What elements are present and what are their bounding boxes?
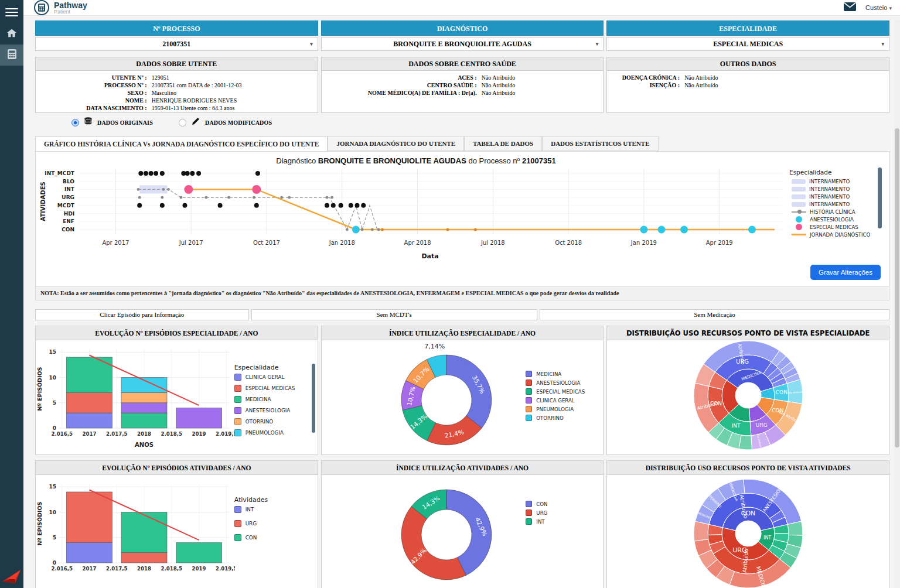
swatch	[234, 385, 241, 392]
swatch	[526, 388, 532, 395]
swatch	[526, 501, 532, 507]
panel-distribuicao-atividades: DISTRIBUIÇÃO USO RECURSOS PONTO DE VISTA…	[606, 460, 889, 588]
swatch	[234, 374, 241, 381]
svg-text:URG: URG	[62, 194, 74, 200]
svg-text:CON: CON	[62, 227, 74, 233]
svg-text:INT: INT	[763, 535, 771, 541]
user-menu[interactable]: Custeio ▾	[865, 4, 892, 11]
processo-select[interactable]: 21007351▾	[35, 37, 318, 51]
svg-text:Jul 2017: Jul 2017	[179, 240, 203, 246]
svg-text:0: 0	[53, 560, 56, 566]
legend-label: ESPECIAL MEDICAS	[810, 224, 858, 230]
historia-swatch	[792, 211, 806, 213]
clinical-timeline-chart[interactable]: Apr 2017Jul 2017Oct 2017Jan 2018Apr 2018…	[38, 165, 789, 262]
swatch	[234, 418, 241, 425]
legend-label: ESPECIAL MEDICAS	[246, 385, 295, 391]
note-bar: NOTA: Estão a ser assumidos como pertenc…	[35, 286, 889, 300]
sidebar-item-home[interactable]	[0, 23, 23, 45]
field-label: SEXO :	[36, 89, 152, 97]
app-logo-icon	[1, 567, 22, 587]
sidebar-item-calculator[interactable]	[0, 45, 23, 66]
bar-chart-especialidade[interactable]: 0510152.016,520172.017,520182.018,520192…	[36, 340, 235, 455]
save-button[interactable]: Gravar Alterações	[810, 265, 881, 280]
page-scrollbar-thumb[interactable]	[895, 128, 899, 447]
svg-text:Jan 2019: Jan 2019	[630, 240, 657, 246]
sunburst-chart-especialidade[interactable]: MEDICINAURGCONCONURGINTCONNão AtribuídoN…	[691, 338, 806, 453]
chevron-down-icon: ▾	[881, 37, 884, 50]
swatch	[234, 429, 241, 436]
episode-info-button[interactable]: Clicar Episódio para Informação	[35, 309, 249, 320]
field-value: 129051	[152, 74, 312, 81]
radio-dados-originais[interactable]	[71, 119, 79, 127]
radio-dados-modificados[interactable]	[179, 119, 186, 127]
bar-chart-atividades[interactable]: 0510152.016,520172.017,520182.018,520192…	[36, 475, 235, 588]
swatch	[234, 506, 241, 513]
field-value: HENRIQUE RODRIGUES NEVES	[152, 97, 312, 104]
field-label: NOME :	[36, 97, 152, 104]
panel-evolucao-atividades: EVOLUÇÃO Nº EPISÓDIOS ATIVIDADES / ANO 0…	[35, 460, 318, 588]
svg-text:Oct 2018: Oct 2018	[555, 240, 582, 246]
donut-chart-atividades[interactable]: 42,9%42,9%14,3%	[390, 475, 504, 588]
panel-indice-atividades: ÍNDICE UTILIZAÇÃO ATIVIDADES / ANO 42,9%…	[321, 460, 604, 588]
svg-text:5: 5	[53, 400, 56, 406]
svg-text:0: 0	[53, 425, 56, 431]
svg-text:2.019,5: 2.019,5	[216, 431, 235, 437]
legend-label: ANESTESIOLOGIA	[810, 217, 854, 223]
legend-label: HISTÓRIA CLÍNICA	[810, 209, 855, 215]
svg-text:2019: 2019	[192, 566, 206, 572]
data-mode-row: DADOS ORIGINAIS DADOS MODIFICADOS	[71, 117, 889, 128]
svg-text:Nº EPISÓDIOS: Nº EPISÓDIOS	[36, 501, 43, 545]
legend-scrollbar[interactable]	[878, 167, 882, 228]
svg-text:Apr 2018: Apr 2018	[404, 240, 431, 246]
field-label: ISENÇÃO :	[607, 81, 684, 89]
swatch	[526, 518, 532, 525]
main-chart-panel: Diagnóstico BRONQUITE E BRONQUIOLITE AGU…	[35, 151, 889, 286]
chevron-down-icon: ▾	[596, 37, 599, 50]
legend-label: INT	[246, 507, 254, 512]
sem-medicacao-button[interactable]: Sem Medicação	[540, 309, 889, 320]
svg-text:INT_MCDT: INT_MCDT	[45, 170, 75, 176]
panel-evolucao-especialidade: EVOLUÇÃO Nº EPISÓDIOS ESPECIALIDADE / AN…	[35, 326, 318, 455]
svg-text:Jul 2018: Jul 2018	[480, 240, 505, 246]
tab-dados-estatisticos[interactable]: DADOS ESTATÍSTICOS UTENTE	[542, 136, 658, 151]
svg-text:Oct 2017: Oct 2017	[253, 240, 280, 246]
tab-grafico-historia[interactable]: GRÁFICO HISTÓRIA CLÍNICA Vs JORNADA DIAG…	[35, 136, 328, 152]
anestesiologia-swatch	[796, 216, 802, 223]
svg-text:HDI: HDI	[64, 211, 74, 217]
field-value: Masculino	[152, 89, 312, 97]
panel-centro-saude: DADOS SOBRE CENTRO SAÚDE ACES :Não Atrib…	[321, 57, 604, 113]
field-value: 1959-01-13 Utente com : 64.3 anos	[152, 104, 312, 112]
sunburst-chart-atividades[interactable]: CONINTURGNão AtribuídoNão AtribuídoMEDIC…	[691, 476, 806, 588]
panel-title: DISTRIBUIÇÃO USO RECURSOS PONTO DE VISTA…	[607, 461, 889, 475]
legend-label: CON	[536, 501, 547, 507]
diagnostico-header: DIAGNÓSTICO	[321, 20, 604, 36]
svg-text:BLO: BLO	[63, 179, 74, 184]
legend-label: CLINICA GERAL	[246, 374, 285, 380]
charts-row-especialidade: EVOLUÇÃO Nº EPISÓDIOS ESPECIALIDADE / AN…	[35, 326, 889, 455]
legend-scrollbar[interactable]	[312, 364, 315, 433]
tab-tabela-dados[interactable]: TABELA DE DADOS	[464, 136, 542, 151]
page-scrollbar[interactable]	[894, 20, 900, 588]
field-label: DATA NASCIMENTO :	[36, 104, 152, 112]
field-label: CENTRO SAÚDE :	[322, 81, 482, 89]
sem-mcdts-button[interactable]: Sem MCDT's	[251, 309, 537, 320]
svg-text:CON: CON	[775, 389, 787, 395]
mail-icon[interactable]	[844, 2, 856, 13]
dados-originais-label: DADOS ORIGINAIS	[97, 119, 153, 126]
svg-text:15: 15	[49, 484, 56, 490]
swatch	[234, 534, 241, 541]
legend-label: MEDICINA	[246, 396, 271, 402]
svg-text:INT: INT	[64, 186, 75, 192]
diagnostico-select[interactable]: BRONQUITE E BRONQUIOLITE AGUDAS▾	[321, 37, 604, 51]
panel-indice-especialidade: ÍNDICE UTILIZAÇÃO ESPECIALIDADE / ANO 35…	[321, 326, 604, 455]
especialidade-header: ESPECIALIDADE	[606, 20, 889, 36]
svg-text:ATIVIDADES: ATIVIDADES	[40, 182, 46, 221]
brand-name: Pathway	[54, 1, 87, 9]
legend-label: ESPECIAL MEDICAS	[536, 389, 585, 395]
donut-chart-especialidade[interactable]: 35,7%21,4%14,3%10,7%10,7%7,14%	[390, 340, 504, 455]
legend-title: Especialidade	[789, 169, 882, 176]
svg-text:2018: 2018	[137, 431, 151, 437]
tab-jornada-diagnostico[interactable]: JORNADA DIAGNÓSTICO DO UTENTE	[328, 136, 464, 151]
especialidade-select[interactable]: ESPECIAL MEDICAS▾	[606, 37, 889, 51]
menu-icon[interactable]	[5, 6, 18, 19]
